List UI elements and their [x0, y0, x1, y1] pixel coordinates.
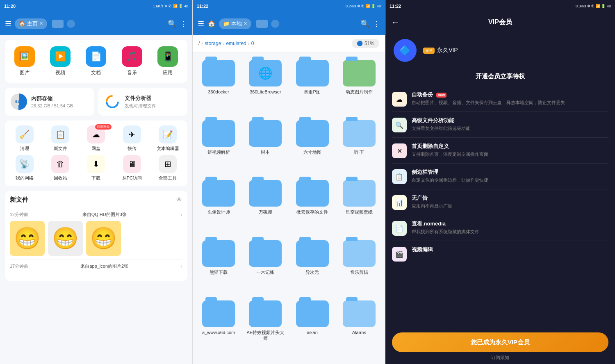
tool-pcaccess[interactable]: 🖥 从PC访问 — [116, 155, 148, 181]
folder-liucunditu[interactable]: 六寸地图 — [290, 116, 335, 175]
network-icon: 📡 — [16, 155, 34, 173]
folder-icon-360docker — [202, 60, 235, 86]
home-nav-icon-2[interactable]: 🏠 — [207, 20, 216, 27]
folder-xiongmao[interactable]: 熊猫下载 — [196, 236, 241, 295]
folder-yimujizhang[interactable]: 一木记账 — [243, 236, 288, 295]
menu-icon-2[interactable]: ☰ — [198, 19, 204, 28]
folder-awww[interactable]: a_www.x6d.com — [196, 296, 241, 361]
folder-wancisou[interactable]: 万磁搜 — [243, 176, 288, 234]
folder-yiciyuan[interactable]: 异次元 — [290, 236, 335, 295]
backup-desc: 自动把图片、视频、音频、文件夹保存到云盘，释放本地空间，防止文件丢失 — [412, 100, 565, 106]
internal-storage-card[interactable]: 51% 内部存储 26.32 GB / 51.54 GB — [5, 88, 94, 116]
folder-grid: 360docker 🌐 360LiteBrowser 暴走P图 动态图片制作 短… — [193, 52, 385, 364]
tool-newfile[interactable]: 📋 新文件 — [44, 125, 76, 152]
category-photos[interactable]: 🖼️ 图片 — [8, 46, 41, 76]
tool-download[interactable]: ⬇ 下载 — [80, 155, 112, 181]
folder-360litebrowser[interactable]: 🌐 360LiteBrowser — [243, 56, 288, 114]
folder-icon-touxiang — [202, 180, 235, 207]
thumb-1-2[interactable]: 😁 — [48, 221, 83, 256]
vip-feature-backup: ☁ 自动备份 new 自动把图片、视频、音频、文件夹保存到云盘，释放本地空间，防… — [392, 86, 608, 112]
breadcrumb-storage[interactable]: storage — [205, 41, 221, 46]
tool-network[interactable]: 📡 我的网络 — [8, 155, 41, 181]
folder-360docker[interactable]: 360docker — [196, 56, 241, 114]
home-tab-close[interactable]: ✕ — [39, 21, 43, 26]
analyzer-icon — [104, 93, 121, 110]
folder-duanshipin[interactable]: 短视频解析 — [196, 116, 241, 175]
thumb-1-3[interactable]: 😁 — [86, 221, 121, 256]
vip-feature-sidebar: 📋 侧边栏管理 自定义你的专属侧边栏，让操作更快捷 — [392, 164, 608, 189]
vip-sub-text[interactable]: 订阅须知 — [392, 355, 608, 361]
menu-icon-1[interactable]: ☰ — [5, 19, 11, 28]
folder-icon-tingxia — [343, 120, 376, 147]
avatar: 🔷 — [394, 39, 417, 62]
search-icon-1[interactable]: 🔍 — [168, 19, 177, 28]
time-2: 11:22 — [197, 4, 208, 9]
folder-dongtai[interactable]: 动态图片制作 — [337, 56, 382, 114]
noad-desc: 应用内不再显示广告 — [412, 203, 452, 209]
folder-icon-aetexiao — [249, 300, 282, 327]
tool-trash[interactable]: 🗑 回收站 — [44, 155, 76, 181]
cloud-icon[interactable] — [67, 20, 75, 28]
homepage-desc: 支持删除首页，深度定制专属操作页面 — [412, 151, 488, 157]
tool-netdisk[interactable]: ☁ 百度网盘 网盘 — [80, 125, 112, 152]
folder-icon-baopaotu — [296, 60, 329, 86]
storage-title: 内部存储 — [31, 95, 73, 102]
folder-xingkong[interactable]: 星空视频壁纸 — [337, 176, 382, 234]
folder-icon-xiongmao — [202, 240, 235, 267]
cloud-icon-2[interactable] — [271, 20, 279, 28]
more-icon-1[interactable]: ⋮ — [180, 19, 187, 28]
storage-badge-value: 51% — [364, 41, 374, 46]
category-apps[interactable]: 📱 应用 — [152, 46, 184, 76]
folder-yinyuejianji[interactable]: 音乐剪辑 — [337, 236, 382, 295]
folder-label-duanshipin: 短视频解析 — [207, 149, 230, 155]
folder-aikan[interactable]: aikan — [290, 296, 335, 361]
tool-alltools[interactable]: ⊞ 全部工具 — [152, 155, 184, 181]
folder-alarms[interactable]: Alarms — [337, 296, 382, 361]
vip-feature-analysis: 🔍 高级文件分析功能 支持重复文件智能筛选等功能 — [392, 112, 608, 138]
panel-switch-2[interactable] — [256, 20, 268, 28]
breadcrumb-0[interactable]: 0 — [251, 41, 254, 46]
local-tab-close[interactable]: ✕ — [244, 21, 247, 26]
new-files-section: 新文件 👁 12分钟前 来自QQ HD的图片3张 › 😁 😁 😁 17分钟前 — [5, 191, 187, 281]
folder-label-dongtai: 动态图片制作 — [346, 89, 373, 95]
analyzer-card[interactable]: 文件分析器 发现可清理文件 — [98, 88, 188, 116]
category-music[interactable]: 🎵 音乐 — [116, 46, 148, 76]
time-1: 11:20 — [4, 4, 16, 9]
folder-icon-yinyuejianji — [343, 240, 376, 267]
tool-texteditor[interactable]: 📝 文本编辑器 — [152, 125, 184, 152]
backup-icon: ☁ — [392, 92, 407, 107]
category-videos[interactable]: ▶️ 视频 — [44, 46, 76, 76]
videoeditor-text: 视频编辑 — [412, 246, 433, 255]
thumb-1-1[interactable]: 😁 — [10, 221, 45, 256]
tool-clean[interactable]: 🧹 清理 — [8, 125, 41, 152]
videoeditor-title: 视频编辑 — [412, 246, 433, 253]
folder-icon-yimujizhang — [249, 240, 282, 267]
storage-row: 51% 内部存储 26.32 GB / 51.54 GB 文件分析器 发现可清理… — [5, 88, 187, 116]
more-icon-2[interactable]: ⋮ — [373, 19, 380, 28]
vip-section-title: 开通会员立享特权 — [385, 68, 615, 86]
folder-icon-liucunditu — [296, 120, 329, 147]
panel-switch[interactable] — [52, 20, 64, 28]
vip-button[interactable]: 您已成为永久VIP会员 — [392, 332, 608, 352]
tool-transfer[interactable]: ✈ 快传 — [116, 125, 148, 152]
folder-weiyun[interactable]: 微云保存的文件 — [290, 176, 335, 234]
alltools-icon: ⊞ — [159, 155, 177, 173]
folder-touxiang[interactable]: 头像设计师 — [196, 176, 241, 234]
folder-icon-jiaobeng — [249, 120, 282, 147]
breadcrumb-emulated[interactable]: emulated — [226, 41, 246, 46]
arrow-right-2[interactable]: › — [180, 263, 182, 269]
arrow-right-1[interactable]: › — [180, 211, 182, 218]
category-docs[interactable]: 📄 文档 — [80, 46, 112, 76]
apps-label: 应用 — [163, 69, 173, 76]
local-tab[interactable]: 📁 本地 ✕ — [219, 18, 251, 29]
home-tab[interactable]: 🏠 主页 ✕ — [15, 18, 47, 29]
folder-baopaotu[interactable]: 暴走P图 — [290, 56, 335, 114]
storage-donut: 51% — [11, 93, 27, 110]
back-button[interactable]: ← — [391, 18, 399, 27]
folder-label-xiongmao: 熊猫下载 — [210, 269, 228, 275]
folder-tingxia[interactable]: 听·下 — [337, 116, 382, 175]
folder-jiaobeng[interactable]: 脚本 — [243, 116, 288, 175]
search-icon-2[interactable]: 🔍 — [360, 19, 369, 28]
folder-icon-xingkong — [343, 180, 376, 207]
folder-aetexiao[interactable]: AE特效视频片头大师 — [243, 296, 288, 361]
